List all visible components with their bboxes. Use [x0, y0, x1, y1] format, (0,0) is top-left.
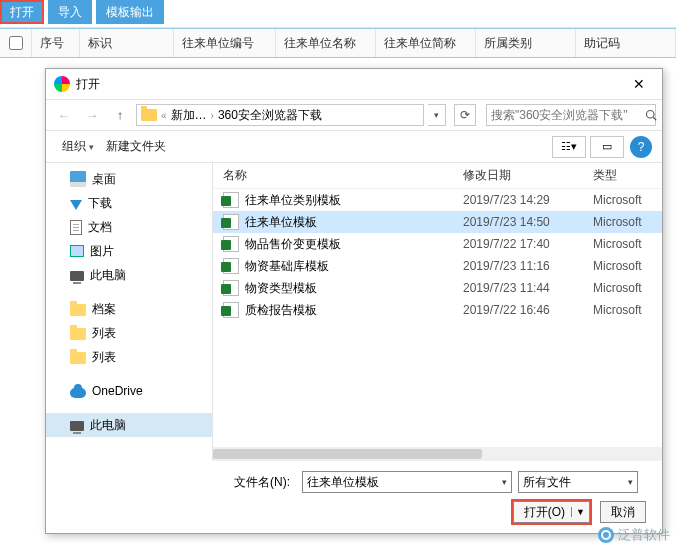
excel-icon	[223, 280, 239, 296]
chevron-right-icon: ›	[211, 110, 214, 121]
breadcrumb[interactable]: 新加…	[171, 107, 207, 124]
sidebar-item[interactable]: 列表	[46, 321, 212, 345]
file-name: 物品售价变更模板	[245, 236, 341, 253]
file-date: 2019/7/23 14:29	[463, 193, 593, 207]
sidebar-item-label: 列表	[92, 325, 116, 342]
dialog-title: 打开	[76, 76, 100, 93]
chevron-down-icon[interactable]: ▼	[571, 507, 585, 517]
excel-icon	[223, 214, 239, 230]
preview-pane-button[interactable]: ▭	[590, 136, 624, 158]
grid-col-code: 往来单位编号	[174, 29, 276, 57]
filetype-combo[interactable]: 所有文件 ▾	[518, 471, 638, 493]
file-name: 往来单位类别模板	[245, 192, 341, 209]
close-icon[interactable]: ✕	[624, 72, 654, 96]
svg-line-1	[653, 117, 656, 120]
address-bar[interactable]: « 新加… › 360安全浏览器下载	[136, 104, 424, 126]
file-type: Microsoft	[593, 193, 662, 207]
breadcrumb[interactable]: 360安全浏览器下载	[218, 107, 322, 124]
search-input[interactable]	[487, 108, 645, 122]
excel-icon	[223, 236, 239, 252]
address-dropdown[interactable]: ▾	[428, 104, 446, 126]
grid-col-mnemonic: 助记码	[576, 29, 676, 57]
doc-icon	[70, 220, 82, 235]
organize-button[interactable]: 组织	[56, 136, 100, 157]
pc-icon	[70, 271, 84, 281]
grid-header: 序号 标识 往来单位编号 往来单位名称 往来单位简称 所属类别 助记码	[0, 28, 676, 58]
sidebar-item[interactable]: 档案	[46, 297, 212, 321]
file-row[interactable]: 往来单位模板2019/7/23 14:50Microsoft	[213, 211, 662, 233]
file-name: 往来单位模板	[245, 214, 317, 231]
sidebar-item[interactable]: 文档	[46, 215, 212, 239]
chevron-down-icon[interactable]: ▾	[628, 477, 633, 487]
grid-col-name: 往来单位名称	[276, 29, 376, 57]
search-icon[interactable]	[645, 105, 657, 125]
svg-point-0	[647, 111, 655, 119]
file-type: Microsoft	[593, 259, 662, 273]
grid-col-flag: 标识	[80, 29, 174, 57]
sidebar-item[interactable]: 桌面	[46, 167, 212, 191]
desktop-icon	[70, 171, 86, 187]
file-date: 2019/7/23 11:16	[463, 259, 593, 273]
folder-icon	[70, 328, 86, 340]
file-list-header: 名称 修改日期 类型	[213, 163, 662, 189]
sidebar-item[interactable]: 此电脑	[46, 413, 212, 437]
pc-icon	[70, 421, 84, 431]
app-toolbar: 打开 导入 模板输出	[0, 0, 676, 28]
forward-button[interactable]: →	[80, 103, 104, 127]
col-modified[interactable]: 修改日期	[463, 167, 593, 184]
download-icon	[70, 200, 82, 210]
file-type: Microsoft	[593, 303, 662, 317]
sidebar-item-label: 下载	[88, 195, 112, 212]
filename-combo[interactable]: ▾	[302, 471, 512, 493]
filename-input[interactable]	[307, 475, 502, 489]
chevron-right-icon: «	[161, 110, 167, 121]
sidebar-item-label: 列表	[92, 349, 116, 366]
sidebar-item[interactable]: 图片	[46, 239, 212, 263]
grid-col-short: 往来单位简称	[376, 29, 476, 57]
file-date: 2019/7/22 17:40	[463, 237, 593, 251]
file-row[interactable]: 物资基础库模板2019/7/23 11:16Microsoft	[213, 255, 662, 277]
folder-icon	[70, 352, 86, 364]
sidebar-item-label: OneDrive	[92, 384, 143, 398]
file-open-dialog: 打开 ✕ ← → ↑ « 新加… › 360安全浏览器下载 ▾ ⟳ 组织 新建文…	[45, 68, 663, 534]
open-file-button[interactable]: 打开(O)▼	[513, 501, 590, 523]
dialog-toolbar: 组织 新建文件夹 ☷ ▾ ▭ ?	[46, 131, 662, 163]
sidebar-item[interactable]: 下载	[46, 191, 212, 215]
chevron-down-icon[interactable]: ▾	[502, 477, 507, 487]
nav-sidebar: 桌面下载文档图片此电脑档案列表列表OneDrive此电脑	[46, 163, 213, 461]
col-type[interactable]: 类型	[593, 167, 662, 184]
grid-check-all[interactable]	[0, 29, 32, 57]
refresh-button[interactable]: ⟳	[454, 104, 476, 126]
open-button[interactable]: 打开	[0, 0, 44, 24]
sidebar-item[interactable]: 此电脑	[46, 263, 212, 287]
sidebar-item-label: 档案	[92, 301, 116, 318]
file-name: 物资基础库模板	[245, 258, 329, 275]
col-name[interactable]: 名称	[213, 167, 463, 184]
check-all-box[interactable]	[9, 36, 23, 50]
folder-icon	[141, 109, 157, 121]
file-row[interactable]: 往来单位类别模板2019/7/23 14:29Microsoft	[213, 189, 662, 211]
help-button[interactable]: ?	[630, 136, 652, 158]
grid-col-seq: 序号	[32, 29, 80, 57]
back-button[interactable]: ←	[52, 103, 76, 127]
file-name: 质检报告模板	[245, 302, 317, 319]
template-export-button[interactable]: 模板输出	[96, 0, 164, 24]
sidebar-item-label: 桌面	[92, 171, 116, 188]
import-button[interactable]: 导入	[48, 0, 92, 24]
up-button[interactable]: ↑	[108, 103, 132, 127]
search-box[interactable]	[486, 104, 656, 126]
file-type: Microsoft	[593, 281, 662, 295]
new-folder-button[interactable]: 新建文件夹	[100, 136, 172, 157]
horizontal-scrollbar[interactable]	[213, 447, 662, 461]
cloud-icon	[70, 388, 86, 398]
file-list: 往来单位类别模板2019/7/23 14:29Microsoft往来单位模板20…	[213, 189, 662, 447]
folder-icon	[70, 304, 86, 316]
cancel-button[interactable]: 取消	[600, 501, 646, 523]
sidebar-item[interactable]: OneDrive	[46, 379, 212, 403]
sidebar-item[interactable]: 列表	[46, 345, 212, 369]
file-row[interactable]: 物品售价变更模板2019/7/22 17:40Microsoft	[213, 233, 662, 255]
sidebar-item-label: 图片	[90, 243, 114, 260]
file-row[interactable]: 物资类型模板2019/7/23 11:44Microsoft	[213, 277, 662, 299]
view-mode-button[interactable]: ☷ ▾	[552, 136, 586, 158]
file-row[interactable]: 质检报告模板2019/7/22 16:46Microsoft	[213, 299, 662, 321]
